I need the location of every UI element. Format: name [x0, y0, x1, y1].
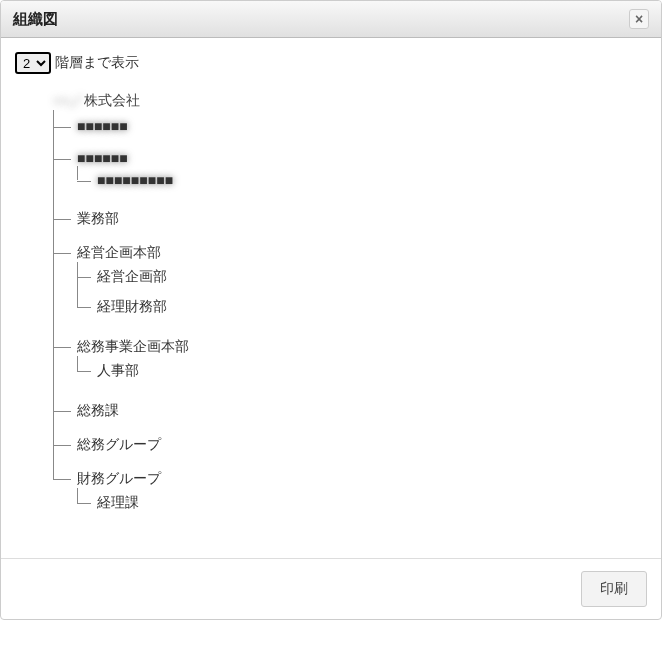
tree-node: 財務グループ 経理課: [53, 462, 647, 526]
tree-node: 経営企画本部 経営企画部 経理財務部: [53, 236, 647, 330]
tree-root: ○○／株式会社: [53, 92, 647, 110]
org-chart-dialog: 組織図 × 2 階層まで表示 ○○／株式会社 ■■■■■■ ■■■■■■: [0, 0, 662, 620]
tree-node: ■■■■■■: [53, 110, 647, 142]
node-label: 経理課: [97, 494, 139, 510]
node-label: ■■■■■■: [77, 150, 128, 166]
tree-node: 経理課: [77, 488, 647, 518]
dialog-footer: 印刷: [1, 558, 661, 619]
node-label: 総務グループ: [77, 436, 161, 452]
print-button[interactable]: 印刷: [581, 571, 647, 607]
tree-node: 経営企画部: [77, 262, 647, 292]
dialog-body: 2 階層まで表示 ○○／株式会社 ■■■■■■ ■■■■■■ ■■■■■■■■■: [1, 38, 661, 558]
tree-node: 総務課: [53, 394, 647, 428]
node-label: 業務部: [77, 210, 119, 226]
tree-children-l2: ■■■■■■■■■: [77, 166, 647, 194]
tree-children-l2: 人事部: [77, 356, 647, 386]
tree-children-l1: ■■■■■■ ■■■■■■ ■■■■■■■■■ 業務部 経営企画本部: [53, 110, 647, 526]
dialog-title: 組織図: [13, 10, 58, 29]
tree-children-l2: 経理課: [77, 488, 647, 518]
tree-node: 総務グループ: [53, 428, 647, 462]
level-select[interactable]: 2: [15, 52, 51, 74]
org-tree: ○○／株式会社 ■■■■■■ ■■■■■■ ■■■■■■■■■ 業務部: [53, 92, 647, 526]
node-label: ■■■■■■: [77, 118, 128, 134]
root-label: 株式会社: [84, 92, 140, 108]
close-icon[interactable]: ×: [629, 9, 649, 29]
node-label: 経営企画部: [97, 268, 167, 284]
level-suffix-label: 階層まで表示: [55, 54, 139, 72]
tree-node: 経理財務部: [77, 292, 647, 322]
tree-children-l2: 経営企画部 経理財務部: [77, 262, 647, 322]
tree-node: ■■■■■■ ■■■■■■■■■: [53, 142, 647, 202]
root-blur: ○○／: [53, 92, 84, 108]
node-label: 総務課: [77, 402, 119, 418]
tree-node: 業務部: [53, 202, 647, 236]
tree-node: 人事部: [77, 356, 647, 386]
tree-node: ■■■■■■■■■: [77, 166, 647, 194]
node-label: 人事部: [97, 362, 139, 378]
node-label: 経理財務部: [97, 298, 167, 314]
level-selector-row: 2 階層まで表示: [15, 52, 647, 74]
node-label: ■■■■■■■■■: [97, 172, 173, 188]
node-label: 経営企画本部: [77, 244, 161, 260]
tree-node: 総務事業企画本部 人事部: [53, 330, 647, 394]
node-label: 財務グループ: [77, 470, 161, 486]
node-label: 総務事業企画本部: [77, 338, 189, 354]
dialog-header: 組織図 ×: [1, 1, 661, 38]
